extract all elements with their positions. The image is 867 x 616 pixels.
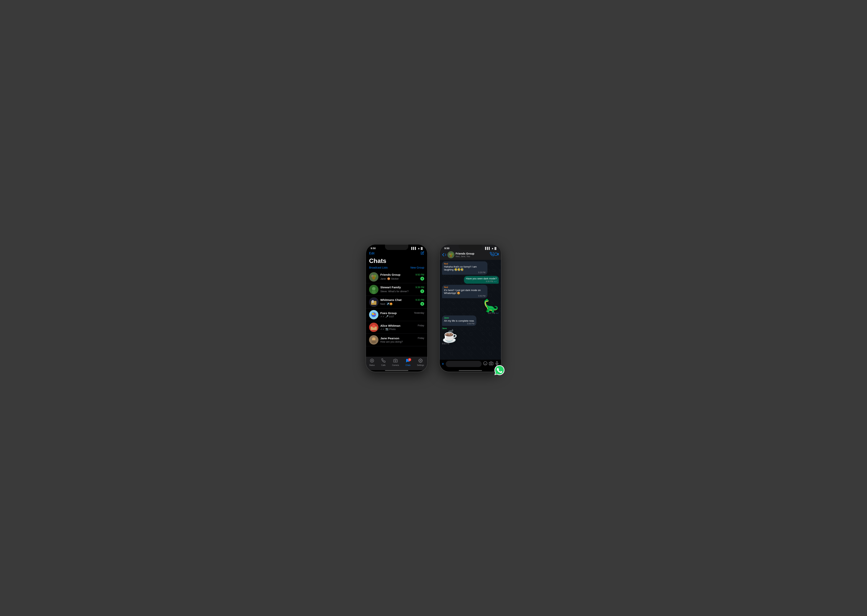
chat-info-foes-group: Foes Group Yesterday ✓✓ 🎤 0:07 [380, 311, 424, 318]
edit-button[interactable]: Edit [369, 252, 375, 255]
home-indicator-right [459, 370, 482, 371]
message-jane-1: Jane Ah my life is complete now. 9:49 PM [442, 316, 476, 326]
svg-point-27 [450, 255, 452, 257]
battery-icon-r: ▓ [495, 247, 497, 250]
tab-settings-label: Settings [417, 364, 424, 366]
msg-sender-ned: Ned [444, 286, 486, 288]
sticker-button[interactable] [483, 361, 487, 366]
chat-time: Yesterday [414, 311, 424, 314]
chat-name-row: Stewart Family 9:39 PM [380, 286, 424, 289]
chat-item-stewart-family[interactable]: Stewart Family 9:39 PM Steve: What's for… [366, 283, 427, 296]
compose-button[interactable] [421, 251, 424, 256]
chat-item-friends-group[interactable]: Friends Group 9:50 PM Jane: 🍪 Sticker 4 [366, 271, 427, 283]
camera-tab-icon [393, 358, 397, 364]
unread-badge: 1 [420, 289, 424, 293]
phone-chats: 9:50 ▌▌▌ ▲ ▓ Edit [366, 244, 428, 372]
chat-item-alice-whitman[interactable]: Alice Whitman Friday ✓✓ 📷 Photo [366, 321, 427, 334]
broadcast-lists-button[interactable]: Broadcast Lists [369, 266, 388, 269]
chat-info-friends-group: Friends Group 9:50 PM Jane: 🍪 Sticker 4 [380, 273, 424, 281]
add-attachment-button[interactable]: + [441, 361, 444, 366]
tab-calls[interactable]: Calls [381, 358, 386, 366]
svg-point-30 [484, 361, 487, 365]
camera-button[interactable] [489, 361, 493, 366]
chat-preview: Ned: ✈️🤩 [380, 302, 420, 305]
status-icons-right: ▌▌▌ ▲ ▓ [485, 247, 497, 250]
status-icons-left: ▌▌▌ ▲ ▓ [411, 247, 422, 250]
msg-time: 9:30 PM ✓✓ [466, 280, 497, 283]
msg-time: 9:46 PM [444, 295, 486, 297]
unread-badge: 4 [420, 277, 424, 281]
chat-nav: 3 Friends Group Ned, Jane, You [440, 250, 501, 260]
chat-name-row: Friends Group 9:50 PM [380, 273, 424, 276]
group-avatar [448, 251, 454, 258]
input-bar: + [440, 360, 501, 370]
chat-item-jane-pearson[interactable]: Jane Pearson Friday How are you doing? [366, 334, 427, 346]
chat-time: 9:30 PM [415, 299, 424, 301]
message-sticker-coffee: Jane ☕ 9:50 PM [442, 327, 457, 345]
chat-time: Friday [418, 324, 424, 327]
chat-info-stewart-family: Stewart Family 9:39 PM Steve: What's for… [380, 286, 424, 293]
chat-nav-name: Friends Group [456, 252, 489, 255]
chat-preview-row: How are you doing? [380, 340, 424, 343]
msg-text: Hahaha that's so funny!! I am laughing 🤣… [444, 265, 486, 271]
chat-nav-info[interactable]: Friends Group Ned, Jane, You [456, 252, 489, 258]
messages-area: Ned Hahaha that's so funny!! I am laughi… [440, 260, 501, 360]
chat-preview: ✓✓ 📷 Photo [380, 328, 424, 331]
msg-sender-jane: Jane [444, 317, 474, 319]
chat-item-foes-group[interactable]: Foes Group Yesterday ✓✓ 🎤 0:07 [366, 308, 427, 321]
message-input[interactable] [446, 361, 482, 367]
chat-name: Whitmans Chat [380, 298, 402, 302]
calls-icon [381, 358, 386, 364]
tab-chats[interactable]: 3 Chats [405, 358, 410, 366]
new-group-button[interactable]: New Group [410, 266, 424, 269]
chats-header: Edit Chats Broadcast Lists New Group [366, 250, 427, 271]
phone-conversation: 9:50 ▌▌▌ ▲ ▓ 3 [439, 244, 501, 372]
chats-title: Chats [369, 257, 424, 264]
chat-name-row: Alice Whitman Friday [380, 324, 424, 327]
status-bar-left: 9:50 ▌▌▌ ▲ ▓ [366, 245, 427, 250]
tab-camera[interactable]: Camera [392, 358, 399, 366]
svg-point-16 [372, 325, 375, 328]
back-button[interactable]: 3 [442, 253, 446, 256]
wifi-icon-r: ▲ [491, 247, 494, 250]
conversation-screen: 9:50 ▌▌▌ ▲ ▓ 3 [440, 245, 501, 372]
chat-nav-members: Ned, Jane, You [456, 255, 489, 258]
avatar-stewart-family [369, 285, 378, 294]
chat-name: Alice Whitman [380, 324, 400, 327]
time-left: 9:50 [370, 247, 376, 250]
tab-settings[interactable]: Settings [417, 358, 424, 366]
message-sticker-dino: 🦕 9:47 PM ✓✓ [483, 299, 499, 314]
svg-point-21 [371, 360, 372, 361]
tab-status[interactable]: Status [369, 358, 375, 366]
avatar-jane-pearson [369, 335, 378, 344]
tab-calls-label: Calls [381, 364, 386, 366]
chat-preview: ✓✓ 🎤 0:07 [380, 315, 424, 318]
tab-chats-label: Chats [405, 364, 410, 366]
avatar-whitmans-chat [369, 297, 378, 307]
chat-preview: Jane: 🍪 Sticker [380, 277, 420, 280]
power-btn-r [501, 277, 501, 291]
msg-text: Ah my life is complete now. [444, 319, 474, 322]
video-call-button[interactable] [490, 252, 499, 257]
svg-rect-29 [495, 253, 497, 256]
avatar-alice-whitman [369, 323, 378, 332]
msg-text: It's here!! I just got dark mode on What… [444, 289, 486, 294]
unread-badge: 3 [420, 302, 424, 306]
chat-info-jane-pearson: Jane Pearson Friday How are you doing? [380, 336, 424, 343]
chat-item-whitmans-chat[interactable]: Whitmans Chat 9:30 PM Ned: ✈️🤩 3 [366, 296, 427, 308]
chat-name: Foes Group [380, 311, 397, 315]
svg-point-13 [374, 314, 376, 315]
svg-point-6 [372, 290, 376, 294]
chat-name-row: Whitmans Chat 9:30 PM [380, 298, 424, 302]
whatsapp-logo [493, 364, 505, 376]
battery-icon: ▓ [421, 247, 422, 250]
svg-point-19 [371, 340, 376, 343]
tab-camera-label: Camera [392, 364, 399, 366]
avatar-foes-group [369, 310, 378, 319]
chats-actions: Broadcast Lists New Group [369, 266, 424, 269]
chat-name-row: Jane Pearson Friday [380, 336, 424, 340]
chat-time: 9:39 PM [415, 286, 424, 289]
chats-top-bar: Edit [369, 250, 424, 257]
message-ned-2: Ned It's here!! I just got dark mode on … [442, 285, 487, 298]
chat-preview: Steve: What's for dinner? [380, 290, 420, 293]
